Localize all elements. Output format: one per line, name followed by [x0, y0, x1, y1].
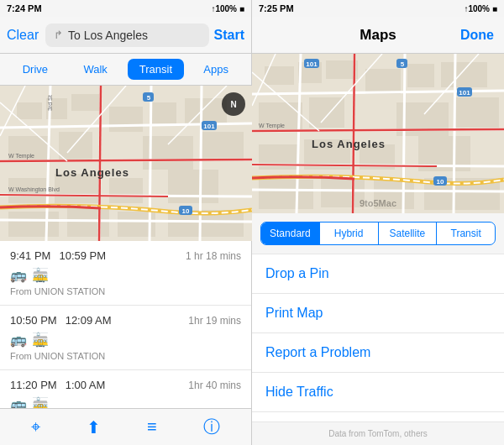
- svg-text:Los Angeles: Los Angeles: [312, 138, 386, 150]
- route-arrive-2: 12:09 AM: [66, 314, 112, 327]
- svg-line-22: [0, 220, 252, 222]
- map-right[interactable]: Los Angeles W Temple 10 101 5 101 9to5Ma…: [252, 54, 504, 213]
- right-status-right: ↑100% ■: [464, 4, 497, 13]
- routes-list: 9:41 PM 10:59 PM 1 hr 18 mins 🚌 🚋 From U…: [0, 241, 251, 408]
- train-icon-1: 🚋: [32, 267, 49, 283]
- svg-line-25: [150, 86, 151, 241]
- svg-text:W Washington Blvd: W Washington Blvd: [8, 186, 60, 193]
- time-right: 7:25 PM: [259, 3, 294, 13]
- share-button[interactable]: ⬆: [81, 412, 106, 442]
- transport-tabs: Drive Walk Transit Apps: [0, 54, 251, 86]
- route-times-3: 11:20 PM 1:00 AM: [10, 379, 105, 391]
- route-times-2: 10:50 PM 12:09 AM: [10, 314, 112, 327]
- route-icons-1: 🚌 🚋: [10, 267, 241, 283]
- svg-rect-5: [151, 102, 176, 123]
- route-duration-3: 1hr 40 mins: [188, 380, 241, 391]
- right-status-left: ↑100% ■: [211, 4, 244, 13]
- bus-icon-3: 🚌: [10, 396, 27, 408]
- svg-rect-15: [8, 212, 59, 237]
- route-times-1: 9:41 PM 10:59 PM: [10, 249, 106, 262]
- signal-icon-right: ↑100%: [464, 4, 490, 13]
- action-list: Drop a Pin Print Map Report a Problem Hi…: [252, 254, 504, 421]
- route-arrive-1: 10:59 PM: [59, 249, 106, 262]
- start-button[interactable]: Start: [214, 28, 244, 43]
- svg-rect-8: [59, 132, 92, 161]
- svg-line-66: [454, 54, 455, 213]
- svg-rect-16: [67, 207, 109, 237]
- tab-drive[interactable]: Drive: [7, 59, 64, 80]
- nav-bar-left: Clear ↱ To Los Angeles Start: [0, 17, 251, 54]
- svg-text:W Temple: W Temple: [259, 123, 285, 129]
- svg-text:Los Angeles: Los Angeles: [55, 166, 129, 179]
- data-credit: Data from TomTom, others: [252, 421, 504, 445]
- svg-line-62: [252, 190, 504, 191]
- route-header-1: 9:41 PM 10:59 PM 1 hr 18 mins: [10, 249, 241, 262]
- signal-icon-left: ↑100%: [211, 4, 237, 13]
- list-button[interactable]: ≡: [142, 412, 162, 442]
- destination-text: To Los Angeles: [68, 29, 148, 42]
- action-print-map[interactable]: Print Map: [252, 294, 504, 333]
- svg-text:10: 10: [437, 178, 444, 186]
- route-icons-3: 🚌 🚋: [10, 396, 241, 408]
- bottom-toolbar-left: ⌖ ⬆ ≡ ⓘ: [0, 408, 251, 445]
- svg-rect-1: [17, 102, 42, 119]
- left-panel: 7:24 PM ↑100% ■ Clear ↱ To Los Angeles S…: [0, 0, 252, 445]
- action-report-problem[interactable]: Report a Problem: [252, 333, 504, 373]
- data-credit-text: Data from TomTom, others: [328, 429, 428, 438]
- map-left[interactable]: Los Angeles W Temple W Washington Blvd 3…: [0, 86, 252, 241]
- nav-bar-right: Maps Done: [252, 17, 504, 54]
- svg-text:5: 5: [147, 94, 151, 102]
- svg-text:101: 101: [306, 60, 318, 68]
- route-icons-2: 🚌 🚋: [10, 332, 241, 348]
- svg-rect-3: [71, 94, 101, 111]
- svg-text:10: 10: [182, 207, 190, 215]
- map-type-tabs: Standard Hybrid Satellite Transit: [260, 222, 496, 245]
- svg-rect-50: [455, 97, 499, 128]
- clear-button[interactable]: Clear: [7, 28, 40, 43]
- destination-field[interactable]: ↱ To Los Angeles: [45, 24, 209, 47]
- svg-rect-10: [202, 132, 244, 161]
- bus-icon-1: 🚌: [10, 267, 27, 283]
- tab-transit[interactable]: Transit: [128, 59, 185, 80]
- svg-rect-13: [109, 178, 143, 203]
- map-type-transit[interactable]: Transit: [437, 222, 495, 244]
- route-arrive-3: 1:00 AM: [66, 379, 106, 391]
- tab-apps[interactable]: Apps: [187, 59, 244, 80]
- svg-rect-4: [109, 107, 143, 132]
- time-left: 7:24 PM: [7, 3, 42, 13]
- map-type-hybrid[interactable]: Hybrid: [320, 222, 379, 244]
- route-header-3: 11:20 PM 1:00 AM 1hr 40 mins: [10, 379, 241, 391]
- route-duration-1: 1 hr 18 mins: [186, 250, 241, 262]
- tab-walk[interactable]: Walk: [67, 59, 124, 80]
- status-bar-left: 7:24 PM ↑100% ■: [0, 0, 251, 17]
- svg-rect-55: [259, 180, 313, 209]
- info-button[interactable]: ⓘ: [198, 411, 225, 443]
- train-icon-3: 🚋: [32, 396, 49, 408]
- route-from-1: From UNION STATION: [10, 286, 241, 296]
- page-title: Maps: [360, 27, 396, 44]
- action-hide-traffic[interactable]: Hide Traffic: [252, 373, 504, 412]
- battery-left: ■: [239, 4, 244, 13]
- done-button[interactable]: Done: [460, 28, 494, 43]
- route-depart-3: 11:20 PM: [10, 379, 57, 391]
- arrow-icon: ↱: [54, 29, 63, 41]
- route-item-2[interactable]: 10:50 PM 12:09 AM 1hr 19 mins 🚌 🚋 From U…: [0, 306, 251, 370]
- map-type-standard[interactable]: Standard: [261, 222, 320, 244]
- battery-right: ■: [492, 4, 497, 13]
- svg-rect-45: [407, 64, 434, 87]
- map-type-satellite[interactable]: Satellite: [379, 222, 438, 244]
- route-depart-2: 10:50 PM: [10, 314, 57, 327]
- route-item-3[interactable]: 11:20 PM 1:00 AM 1hr 40 mins 🚌 🚋 From UN…: [0, 370, 251, 408]
- route-item-1[interactable]: 9:41 PM 10:59 PM 1 hr 18 mins 🚌 🚋 From U…: [0, 241, 251, 306]
- svg-text:101: 101: [203, 123, 215, 130]
- train-icon-2: 🚋: [32, 332, 49, 348]
- action-drop-pin[interactable]: Drop a Pin: [252, 254, 504, 294]
- svg-rect-44: [365, 69, 401, 94]
- svg-text:5: 5: [401, 60, 405, 68]
- svg-rect-46: [441, 62, 487, 87]
- route-from-2: From UNION STATION: [10, 351, 241, 361]
- location-button[interactable]: ⌖: [26, 412, 45, 442]
- route-header-2: 10:50 PM 12:09 AM 1hr 19 mins: [10, 314, 241, 327]
- watermark: 9to5Mac: [360, 198, 396, 208]
- svg-line-65: [403, 54, 405, 213]
